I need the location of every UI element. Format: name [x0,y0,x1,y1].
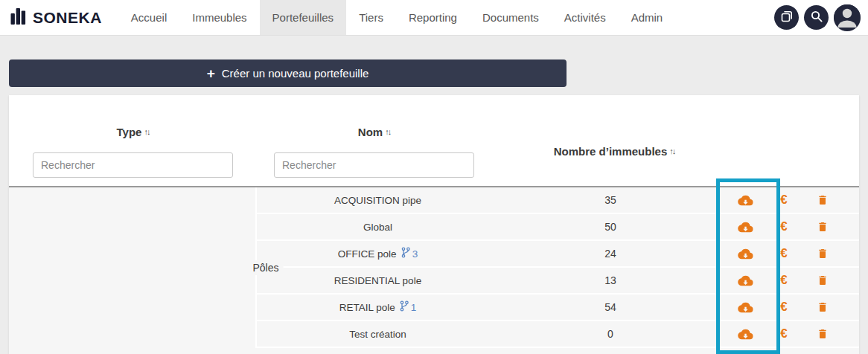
main-nav: Accueil Immeubles Portefeuilles Tiers Re… [118,0,675,35]
sort-icon: ↑↓ [144,127,149,136]
next-group-row-partial [9,348,859,354]
table-row: Global 50 € [257,214,859,241]
portfolio-name: RESIDENTIAL pole [334,275,421,286]
sort-icon: ↑↓ [669,147,674,155]
building-count-cell: 24 [499,248,722,260]
row-actions: € [722,246,859,261]
trash-icon[interactable] [814,219,831,234]
table-body: ACQUISITION pipe 35 € Global 50 [9,187,859,348]
brand-logo[interactable]: SONEKA [0,0,118,35]
collections-button[interactable] [774,5,799,30]
portfolio-name-cell: ACQUISITION pipe [257,195,499,206]
brand-name: SONEKA [33,9,102,27]
building-count-cell: 0 [499,328,722,340]
row-actions: € [722,193,859,207]
nom-column-header[interactable]: Nom ↑↓ [358,123,390,140]
table-rows: ACQUISITION pipe 35 € Global 50 [257,187,859,348]
nav-item-accueil[interactable]: Accueil [118,0,179,35]
table-row: RESIDENTIAL pole 13 € [257,268,859,295]
sort-icon: ↑↓ [385,127,390,136]
soneka-logo-icon [10,7,28,29]
trash-icon[interactable] [814,326,831,341]
portfolio-toolbar: + Créer un nouveau portefeuille [0,36,868,95]
table-row: ACQUISITION pipe 35 € [257,187,859,214]
download-icon[interactable] [737,273,753,288]
building-count-cell: 50 [499,221,722,233]
column-type: Type ↑↓ [9,123,257,178]
navbar-actions [774,0,868,35]
type-search-input[interactable] [33,152,233,178]
download-icon[interactable] [737,193,753,207]
row-actions: € [722,326,859,341]
row-actions: € [722,300,859,315]
table-row: Test création 0 € [257,321,859,348]
row-actions: € [722,219,859,234]
create-portfolio-button[interactable]: + Créer un nouveau portefeuille [9,59,567,87]
column-nom: Nom ↑↓ [257,123,491,178]
plus-icon: + [207,66,215,80]
app-window: SONEKA Accueil Immeubles Portefeuilles T… [0,0,868,354]
group-cell-poles [9,187,257,348]
euro-icon[interactable]: € [776,219,792,234]
nav-item-immeubles[interactable]: Immeubles [179,0,259,35]
portfolio-name-cell: RETAIL pole 1 [257,300,499,314]
building-count-cell: 54 [499,301,722,313]
portfolio-name-cell: Test création [257,329,499,340]
trash-icon[interactable] [814,273,831,288]
branch-count: 3 [412,248,418,260]
row-actions: € [722,273,859,288]
group-label-poles: Pôles [248,260,283,275]
download-icon[interactable] [737,326,753,341]
building-count-cell: 35 [499,194,722,206]
nav-item-reporting[interactable]: Reporting [396,0,470,35]
collections-icon [781,10,793,25]
user-avatar-icon [834,4,861,31]
euro-icon[interactable]: € [776,326,792,341]
portfolio-name: Global [363,222,392,233]
trash-icon[interactable] [814,193,831,207]
nav-item-activites[interactable]: Activités [552,0,619,35]
nav-item-portefeuilles[interactable]: Portefeuilles [260,0,347,35]
euro-icon[interactable]: € [776,273,792,288]
nav-item-admin[interactable]: Admin [619,0,676,35]
trash-icon[interactable] [814,300,831,315]
nom-header-label: Nom [358,126,383,138]
branch-icon [400,300,409,314]
branch-link[interactable]: 3 [401,247,418,260]
portfolio-name-cell: RESIDENTIAL pole [257,275,499,286]
create-portfolio-label: Créer un nouveau portefeuille [222,67,369,80]
type-header-label: Type [117,126,142,138]
portfolio-name: RETAIL pole [339,302,395,313]
nav-item-documents[interactable]: Documents [470,0,552,35]
portfolio-name: ACQUISITION pipe [334,195,421,206]
search-icon [811,10,823,25]
building-count-cell: 13 [499,274,722,286]
type-column-header[interactable]: Type ↑↓ [117,123,150,140]
search-button[interactable] [804,5,829,30]
portfolio-table-card: Type ↑↓ Nom ↑↓ Nombre d’immeubles ↑↓ [9,95,859,354]
count-column-header[interactable]: Nombre d’immeubles ↑↓ [554,143,675,159]
count-header-label: Nombre d’immeubles [554,145,668,158]
nom-search-input[interactable] [274,152,474,178]
trash-icon[interactable] [814,246,831,261]
portfolio-name-cell: Global [257,222,499,233]
euro-icon[interactable]: € [776,193,792,207]
nav-item-tiers[interactable]: Tiers [346,0,396,35]
portfolio-name-cell: OFFICE pole 3 [257,247,499,260]
download-icon[interactable] [737,246,753,261]
portfolio-name: Test création [349,329,406,340]
euro-icon[interactable]: € [776,300,792,315]
euro-icon[interactable]: € [776,246,792,261]
download-icon[interactable] [737,219,753,234]
table-row: RETAIL pole 1 54 € [257,295,859,321]
branch-link[interactable]: 1 [400,300,417,314]
column-count: Nombre d’immeubles ↑↓ [491,123,737,178]
branch-icon [401,247,410,260]
download-icon[interactable] [737,300,753,315]
table-filters: Type ↑↓ Nom ↑↓ Nombre d’immeubles ↑↓ [9,95,859,178]
portfolio-name: OFFICE pole [338,248,397,260]
user-avatar-button[interactable] [834,4,861,31]
top-navbar: SONEKA Accueil Immeubles Portefeuilles T… [0,0,868,36]
branch-count: 1 [411,302,417,313]
table-row: OFFICE pole 3 24 € [257,241,859,268]
